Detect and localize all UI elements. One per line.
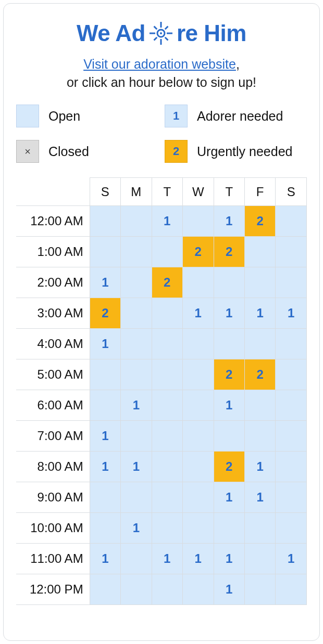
hour-slot[interactable] xyxy=(90,390,120,421)
hour-slot[interactable] xyxy=(152,237,182,267)
hour-slot[interactable] xyxy=(121,206,152,237)
time-label: 2:00 AM xyxy=(16,267,90,298)
hour-slot[interactable] xyxy=(276,359,307,390)
hour-slot[interactable] xyxy=(276,482,307,513)
hour-slot[interactable]: 1 xyxy=(121,452,152,482)
hour-slot[interactable] xyxy=(276,513,307,544)
hour-slot[interactable] xyxy=(121,482,152,513)
hour-slot[interactable] xyxy=(244,513,275,544)
hour-slot[interactable]: 2 xyxy=(183,237,214,267)
hour-slot[interactable] xyxy=(183,421,214,452)
hour-slot[interactable] xyxy=(152,574,182,605)
hour-slot[interactable]: 1 xyxy=(90,452,120,482)
hour-slot[interactable] xyxy=(183,574,214,605)
time-label: 12:00 PM xyxy=(16,574,90,605)
hour-slot[interactable] xyxy=(121,298,152,329)
hour-slot[interactable]: 1 xyxy=(152,544,182,574)
hour-slot[interactable] xyxy=(152,452,182,482)
hour-slot[interactable] xyxy=(152,298,182,329)
hour-slot[interactable] xyxy=(90,237,120,267)
hour-slot[interactable] xyxy=(276,390,307,421)
hour-slot[interactable] xyxy=(214,267,244,298)
hour-slot[interactable]: 1 xyxy=(90,267,120,298)
hour-slot[interactable] xyxy=(183,390,214,421)
hour-slot[interactable] xyxy=(121,237,152,267)
hour-slot[interactable] xyxy=(90,482,120,513)
hour-slot[interactable] xyxy=(152,482,182,513)
hour-slot[interactable] xyxy=(276,574,307,605)
hour-slot[interactable] xyxy=(276,267,307,298)
hour-slot[interactable]: 1 xyxy=(276,298,307,329)
hour-slot[interactable] xyxy=(183,513,214,544)
hour-slot[interactable] xyxy=(183,452,214,482)
hour-slot[interactable] xyxy=(276,329,307,359)
hour-slot[interactable]: 1 xyxy=(244,298,275,329)
hour-slot[interactable]: 2 xyxy=(244,359,275,390)
hour-slot[interactable] xyxy=(183,329,214,359)
visit-website-link[interactable]: Visit our adoration website xyxy=(83,57,236,71)
hour-slot[interactable]: 2 xyxy=(214,237,244,267)
hour-slot[interactable] xyxy=(214,421,244,452)
hour-slot[interactable] xyxy=(121,359,152,390)
hour-slot[interactable] xyxy=(244,267,275,298)
hour-slot[interactable] xyxy=(152,421,182,452)
hour-slot[interactable] xyxy=(121,421,152,452)
legend-label-closed: Closed xyxy=(48,144,89,159)
hour-slot[interactable]: 1 xyxy=(152,206,182,237)
hour-slot[interactable]: 1 xyxy=(244,452,275,482)
hour-slot[interactable] xyxy=(244,390,275,421)
hour-slot[interactable] xyxy=(121,267,152,298)
hour-slot[interactable]: 2 xyxy=(214,359,244,390)
hour-slot[interactable]: 1 xyxy=(244,482,275,513)
hour-slot[interactable] xyxy=(244,329,275,359)
hour-slot[interactable]: 2 xyxy=(214,452,244,482)
hour-slot[interactable] xyxy=(183,482,214,513)
hour-slot[interactable] xyxy=(152,390,182,421)
hour-slot[interactable] xyxy=(121,544,152,574)
hour-slot[interactable] xyxy=(90,574,120,605)
hour-slot[interactable] xyxy=(152,329,182,359)
hour-slot[interactable] xyxy=(152,513,182,544)
hour-slot[interactable]: 1 xyxy=(183,298,214,329)
hour-slot[interactable]: 2 xyxy=(244,206,275,237)
hour-slot[interactable] xyxy=(183,206,214,237)
hour-slot[interactable]: 1 xyxy=(90,329,120,359)
hour-slot[interactable]: 1 xyxy=(276,544,307,574)
hour-slot[interactable]: 1 xyxy=(214,544,244,574)
hour-slot[interactable]: 1 xyxy=(183,544,214,574)
hour-slot[interactable] xyxy=(183,359,214,390)
day-header: S xyxy=(276,178,307,206)
hour-slot[interactable]: 1 xyxy=(90,544,120,574)
hour-slot[interactable]: 2 xyxy=(90,298,120,329)
hour-slot[interactable] xyxy=(90,513,120,544)
hour-slot[interactable] xyxy=(90,206,120,237)
hour-slot[interactable]: 1 xyxy=(121,390,152,421)
hour-slot[interactable] xyxy=(90,359,120,390)
hour-slot[interactable]: 1 xyxy=(214,574,244,605)
hour-slot[interactable] xyxy=(244,574,275,605)
hour-slot[interactable] xyxy=(244,544,275,574)
hour-slot[interactable] xyxy=(121,574,152,605)
hour-slot[interactable]: 1 xyxy=(121,513,152,544)
hour-slot[interactable]: 1 xyxy=(90,421,120,452)
hour-slot[interactable]: 1 xyxy=(214,390,244,421)
time-label: 3:00 AM xyxy=(16,298,90,329)
swatch-urgent: 2 xyxy=(165,140,188,163)
hour-slot[interactable] xyxy=(214,329,244,359)
hour-slot[interactable] xyxy=(276,237,307,267)
hour-slot[interactable] xyxy=(121,329,152,359)
hour-slot[interactable] xyxy=(276,421,307,452)
hour-slot[interactable]: 2 xyxy=(152,267,182,298)
table-row: 5:00 AM22 xyxy=(16,359,307,390)
hour-slot[interactable] xyxy=(214,513,244,544)
hour-slot[interactable]: 1 xyxy=(214,206,244,237)
hour-slot[interactable]: 1 xyxy=(214,298,244,329)
hour-slot[interactable] xyxy=(244,421,275,452)
hour-slot[interactable]: 1 xyxy=(214,482,244,513)
hour-slot[interactable] xyxy=(183,267,214,298)
hour-slot[interactable] xyxy=(276,452,307,482)
hour-slot[interactable] xyxy=(276,206,307,237)
svg-rect-2 xyxy=(160,22,162,28)
hour-slot[interactable] xyxy=(244,237,275,267)
hour-slot[interactable] xyxy=(152,359,182,390)
